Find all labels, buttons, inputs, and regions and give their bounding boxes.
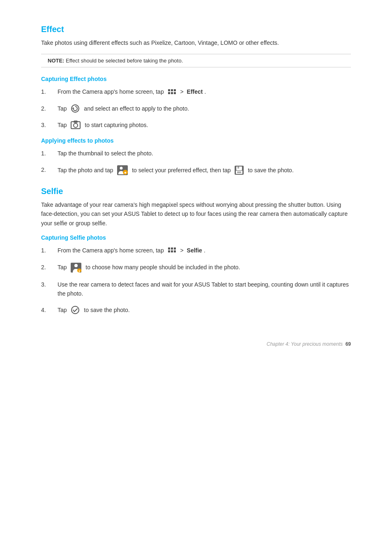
step-item: 1. From the Camera app's home screen, ta…: [41, 87, 351, 96]
selfie-title: Selfie: [41, 187, 351, 196]
effect-svg: [71, 104, 80, 113]
step-bold: Effect: [187, 87, 203, 96]
svg-point-30: [71, 306, 79, 314]
step-text: From the Camera app's home screen, tap: [58, 246, 166, 255]
step-text-middle: to select your preferred effect, then ta…: [130, 166, 232, 175]
step-separator: >: [179, 87, 185, 96]
step-text: Tap the photo and tap: [58, 166, 115, 175]
save-svg: [235, 166, 244, 175]
step-item: 2. Tap the photo and tap ★: [41, 165, 351, 175]
step-period: .: [204, 246, 205, 255]
applying-effects-steps: 1. Tap the thumbnail to select the photo…: [41, 149, 351, 175]
note-box: NOTE: Effect should be selected before t…: [41, 54, 351, 67]
svg-rect-2: [174, 89, 176, 91]
svg-rect-19: [237, 171, 241, 173]
svg-point-27: [74, 264, 78, 267]
step-item: 2. Tap and select an effect to apply to …: [41, 104, 351, 113]
svg-rect-20: [168, 247, 170, 250]
checkmark-icon: [71, 305, 80, 314]
step-number: 1.: [41, 149, 58, 158]
footer-page-number: 69: [346, 341, 351, 347]
page: Effect Take photos using different effec…: [0, 0, 392, 359]
effect-description: Take photos using different effects such…: [41, 38, 351, 47]
effect-select-icon: [71, 104, 80, 113]
svg-rect-1: [171, 89, 173, 91]
save-icon: [235, 166, 244, 175]
step-item: 2. Tap 1: [41, 263, 351, 273]
step-item: 4. Tap to save the photo.: [41, 305, 351, 314]
grid-icon: [168, 247, 176, 253]
step-period: .: [204, 87, 206, 96]
step-number: 3.: [41, 280, 58, 289]
step-number: 2.: [41, 165, 58, 174]
step-number: 3.: [41, 120, 58, 130]
capture-icon: [71, 120, 81, 130]
svg-rect-21: [171, 247, 173, 250]
step-text: Tap: [58, 120, 68, 130]
step-content: Tap to save the photo.: [58, 305, 351, 314]
step-bold: Selfie: [187, 246, 202, 255]
svg-rect-22: [174, 247, 176, 250]
step-content: From the Camera app's home screen, tap: [58, 246, 351, 255]
apply-effect-svg: ★: [117, 165, 128, 175]
step-number: 1.: [41, 246, 58, 255]
step-item: 1. From the Camera app's home screen, ta…: [41, 246, 351, 255]
step-item: 1. Tap the thumbnail to select the photo…: [41, 149, 351, 158]
svg-rect-17: [238, 166, 239, 169]
applying-effects-title: Applying effects to photos: [41, 137, 351, 144]
svg-rect-24: [171, 250, 173, 252]
step-text: From the Camera app's home screen, tap: [58, 87, 166, 96]
capture-svg: [71, 120, 81, 130]
step-text-after: to save the photo.: [82, 305, 129, 314]
effect-section: Effect Take photos using different effec…: [41, 25, 351, 175]
svg-rect-25: [174, 250, 176, 252]
step-text: Use the rear camera to detect faces and …: [58, 281, 349, 297]
grid-svg: [168, 89, 176, 95]
step-text: Tap: [58, 263, 68, 272]
step-separator: >: [179, 246, 185, 255]
note-text: Effect should be selected before taking …: [64, 58, 183, 64]
svg-rect-0: [168, 89, 170, 91]
step-text-after: to choose how many people should be incl…: [84, 263, 240, 272]
footer: Chapter 4: Your precious moments 69: [267, 341, 351, 347]
svg-rect-4: [171, 92, 173, 94]
svg-point-9: [74, 123, 78, 127]
step-text-after: and select an effect to apply to the pho…: [82, 104, 189, 113]
step-item: 3. Use the rear camera to detect faces a…: [41, 280, 351, 298]
selfie-person-icon: 1: [71, 263, 81, 273]
step-content: Tap to start capturing photos.: [58, 120, 351, 130]
svg-rect-3: [168, 92, 170, 94]
step-number: 4.: [41, 305, 58, 314]
svg-text:★: ★: [124, 171, 127, 175]
selfie-section: Selfie Take advantage of your rear camer…: [41, 187, 351, 315]
footer-text: Chapter 4: Your precious moments: [267, 341, 343, 347]
step-number: 1.: [41, 87, 58, 96]
step-text-after: to save the photo.: [246, 166, 293, 175]
step-number: 2.: [41, 263, 58, 272]
grid-svg2: [168, 247, 176, 253]
step-content: Tap the thumbnail to select the photo.: [58, 149, 351, 158]
step-content: Tap 1 to c: [58, 263, 351, 273]
effect-title: Effect: [41, 25, 351, 34]
svg-point-12: [120, 166, 123, 169]
grid-icon: [168, 89, 176, 95]
step-item: 3. Tap to start capturing photos.: [41, 120, 351, 130]
selfie-svg: 1: [71, 263, 81, 273]
svg-text:1: 1: [78, 269, 81, 273]
step-content: Tap the photo and tap ★: [58, 165, 351, 175]
capturing-selfie-steps: 1. From the Camera app's home screen, ta…: [41, 246, 351, 315]
note-label: NOTE:: [48, 58, 64, 64]
capturing-effect-steps: 1. From the Camera app's home screen, ta…: [41, 87, 351, 130]
svg-rect-23: [168, 250, 170, 252]
svg-marker-7: [72, 107, 74, 109]
step-text-after: to start capturing photos.: [83, 120, 148, 130]
check-svg: [71, 305, 80, 314]
step-text: Tap: [58, 305, 68, 314]
step-text: Tap the thumbnail to select the photo.: [58, 150, 153, 157]
apply-effect-icon: ★: [117, 165, 128, 175]
step-text: Tap: [58, 104, 68, 113]
selfie-description: Take advantage of your rear camera's hig…: [41, 200, 351, 228]
step-content: Tap and select an effect to apply to the…: [58, 104, 351, 113]
step-number: 2.: [41, 104, 58, 113]
capturing-selfie-title: Capturing Selfie photos: [41, 234, 351, 241]
